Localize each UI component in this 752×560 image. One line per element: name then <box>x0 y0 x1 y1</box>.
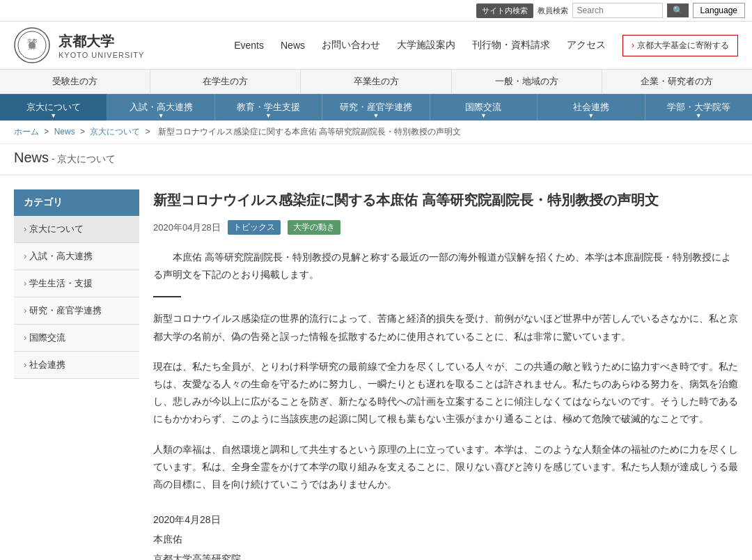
breadcrumb: ホーム > News > 京大について > 新型コロナウイルス感染症に関する本庶… <box>0 120 752 144</box>
sig-name: 本庶佑 <box>153 529 738 549</box>
article-signature: 2020年4月28日 本庶佑 京都大学高等研究院 副院長・特別教授 <box>153 510 738 560</box>
sig-org: 京都大学高等研究院 <box>153 549 738 560</box>
page-title-main: News <box>14 150 49 165</box>
article-tag1: トピックス <box>228 220 281 235</box>
article-intro: 本庶佑 高等研究院副院長・特別教授の見解と称する最近の一部の海外報道が誤解を招く… <box>153 249 738 283</box>
logo-text: 京都大学 KYOTO UNIVERSITY <box>58 32 144 59</box>
audience-business[interactable]: 企業・研究者の方 <box>602 70 752 93</box>
site-search-button[interactable]: サイト内検索 <box>476 3 533 18</box>
main-navigation: Events News お問い合わせ 大学施設案内 刊行物・資料請求 アクセス … <box>234 35 738 56</box>
article-para2: 現在は、私たち全員が、とりわけ科学研究の最前線で全力を尽くしている人々が、この共… <box>153 358 738 428</box>
sidebar-item-international[interactable]: 国際交流 <box>14 325 139 352</box>
audience-students[interactable]: 在学生の方 <box>150 70 301 93</box>
cat-nav-international[interactable]: 国際交流 <box>430 94 538 120</box>
university-emblem: 京都 大学 <box>14 27 50 63</box>
cat-nav-research[interactable]: 研究・産官学連携 <box>322 94 430 120</box>
sidebar-item-admission[interactable]: 入試・高大連携 <box>14 243 139 270</box>
breadcrumb-home[interactable]: ホーム <box>14 127 39 137</box>
cat-nav-social[interactable]: 社会連携 <box>538 94 645 120</box>
audience-applicants[interactable]: 受験生の方 <box>0 70 150 93</box>
sidebar-item-research[interactable]: 研究・産官学連携 <box>14 297 139 325</box>
nav-access[interactable]: アクセス <box>567 39 606 52</box>
teacher-search-button[interactable]: 教員検索 <box>538 6 568 16</box>
breadcrumb-about[interactable]: 京大について <box>90 127 140 137</box>
article-date: 2020年04月28日 <box>153 221 221 234</box>
article-tag2: 大学の動き <box>288 220 340 235</box>
nav-news[interactable]: News <box>281 40 305 51</box>
svg-point-4 <box>29 42 36 49</box>
page-title-bar: News - 京大について <box>0 144 752 176</box>
page-title-sub: - 京大について <box>52 153 116 164</box>
sidebar-item-student-life[interactable]: 学生生活・支援 <box>14 270 139 297</box>
top-bar: サイト内検索 教員検索 🔍 Language <box>0 0 752 22</box>
article-body: 本庶佑 高等研究院副院長・特別教授の見解と称する最近の一部の海外報道が誤解を招く… <box>153 249 738 560</box>
top-bar-search-area: サイト内検索 教員検索 🔍 Language <box>476 3 745 18</box>
donate-button[interactable]: 京都大学基金に寄附する <box>622 35 738 56</box>
article-divider <box>153 296 181 297</box>
cat-nav-admission[interactable]: 入試・高大連携 <box>107 94 214 120</box>
nav-events[interactable]: Events <box>234 40 264 51</box>
sidebar: カテゴリ 京大について 入試・高大連携 学生生活・支援 研究・産官学連携 国際交… <box>14 189 139 560</box>
logo-area: 京都 大学 京都大学 KYOTO UNIVERSITY <box>14 27 234 63</box>
sidebar-category-title: カテゴリ <box>14 189 139 216</box>
cat-nav-departments[interactable]: 学部・大学院等 <box>645 94 752 120</box>
article-para1: 新型コロナウイルス感染症の世界的流行によって、苦痛と経済的損失を受け、前例がない… <box>153 310 738 345</box>
search-submit-button[interactable]: 🔍 <box>667 3 689 17</box>
sidebar-item-about[interactable]: 京大について <box>14 216 139 243</box>
university-name-en: KYOTO UNIVERSITY <box>58 51 144 59</box>
nav-publications[interactable]: 刊行物・資料請求 <box>472 39 550 52</box>
article-para3: 人類の幸福は、自然環境と調和して共生するという原理の上に立っています。本学は、こ… <box>153 441 738 494</box>
cat-nav-education[interactable]: 教育・学生支援 <box>215 94 322 120</box>
category-navigation: 京大について 入試・高大連携 教育・学生支援 研究・産官学連携 国際交流 社会連… <box>0 94 752 120</box>
audience-public[interactable]: 一般・地域の方 <box>452 70 602 93</box>
article-meta: 2020年04月28日 トピックス 大学の動き <box>153 220 738 235</box>
cat-nav-about[interactable]: 京大について <box>0 94 107 120</box>
content-layout: カテゴリ 京大について 入試・高大連携 学生生活・支援 研究・産官学連携 国際交… <box>0 176 752 560</box>
header: 京都 大学 京都大学 KYOTO UNIVERSITY Events News … <box>0 22 752 70</box>
breadcrumb-current: 新型コロナウイルス感染症に関する本庶佑 高等研究院副院長・特別教授の声明文 <box>158 127 461 137</box>
breadcrumb-news[interactable]: News <box>54 127 75 137</box>
audience-navigation: 受験生の方 在学生の方 卒業生の方 一般・地域の方 企業・研究者の方 <box>0 70 752 94</box>
search-input[interactable] <box>572 3 663 18</box>
language-button[interactable]: Language <box>693 3 745 18</box>
sidebar-item-social[interactable]: 社会連携 <box>14 352 139 379</box>
main-content: 新型コロナウイルス感染症に関する本庶佑 高等研究院副院長・特別教授の声明文 20… <box>153 189 738 560</box>
nav-facilities[interactable]: 大学施設案内 <box>397 39 455 52</box>
nav-inquiry[interactable]: お問い合わせ <box>322 39 380 52</box>
article-title: 新型コロナウイルス感染症に関する本庶佑 高等研究院副院長・特別教授の声明文 <box>153 189 738 210</box>
audience-alumni[interactable]: 卒業生の方 <box>301 70 451 93</box>
sig-date: 2020年4月28日 <box>153 510 738 529</box>
university-name-ja: 京都大学 <box>58 32 144 51</box>
